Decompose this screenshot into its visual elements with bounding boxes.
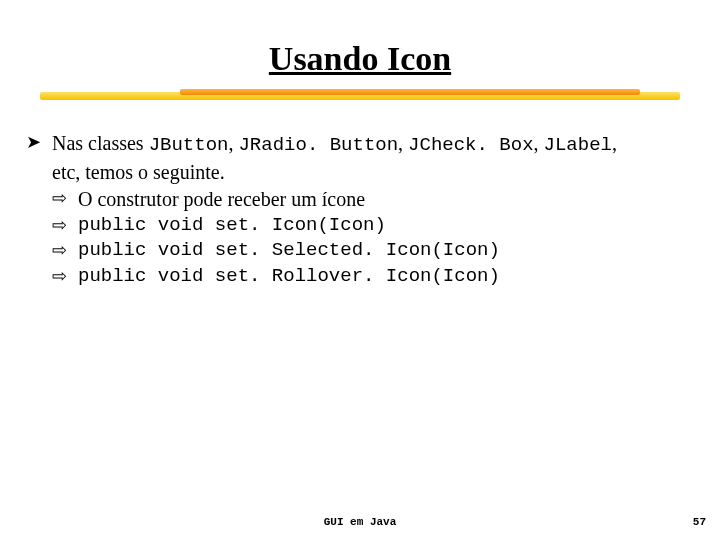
code-frag: JButton <box>149 134 229 156</box>
sub-bullet-code: public void set. Icon(Icon) <box>78 213 386 239</box>
footer-center-label: GUI em Java <box>0 516 720 528</box>
text-frag: , <box>228 132 238 154</box>
sub-bullet-item-2: ⇨ public void set. Icon(Icon) <box>26 213 696 239</box>
sub-bullet-item-3: ⇨ public void set. Selected. Icon(Icon) <box>26 238 696 264</box>
arrow-bullet-icon: ⇨ <box>52 238 78 264</box>
code-frag: JLabel <box>544 134 612 156</box>
slide-title: Usando Icon <box>24 40 696 78</box>
sub-bullet-text: O construtor pode receber um ícone <box>78 186 365 213</box>
content-block: ➤ Nas classes JButton, JRadio. Button, J… <box>24 130 696 290</box>
sub-bullet-code: public void set. Rollover. Icon(Icon) <box>78 264 500 290</box>
spacer <box>26 159 52 186</box>
title-underline-decoration <box>40 86 680 104</box>
text-frag: , <box>534 132 544 154</box>
bullet-text-line1: Nas classes JButton, JRadio. Button, JCh… <box>52 130 617 159</box>
code-frag: JRadio. Button <box>238 134 398 156</box>
sub-bullet-item-4: ⇨ public void set. Rollover. Icon(Icon) <box>26 264 696 290</box>
sub-bullet-code: public void set. Selected. Icon(Icon) <box>78 238 500 264</box>
page-number: 57 <box>693 516 706 528</box>
underline-orange-bar <box>180 89 640 95</box>
slide: Usando Icon ➤ Nas classes JButton, JRadi… <box>0 0 720 540</box>
sub-bullet-item-1: ⇨ O construtor pode receber um ícone <box>26 186 696 213</box>
arrow-bullet-icon: ⇨ <box>52 264 78 290</box>
bullet-item-main-cont: etc, temos o seguinte. <box>26 159 696 186</box>
triangle-bullet-icon: ➤ <box>26 130 52 159</box>
text-frag: , <box>612 132 617 154</box>
bullet-item-main: ➤ Nas classes JButton, JRadio. Button, J… <box>26 130 696 159</box>
text-frag: Nas classes <box>52 132 149 154</box>
text-frag: , <box>398 132 408 154</box>
arrow-bullet-icon: ⇨ <box>52 186 78 213</box>
bullet-text-line2: etc, temos o seguinte. <box>52 159 225 186</box>
arrow-bullet-icon: ⇨ <box>52 213 78 239</box>
code-frag: JCheck. Box <box>408 134 533 156</box>
